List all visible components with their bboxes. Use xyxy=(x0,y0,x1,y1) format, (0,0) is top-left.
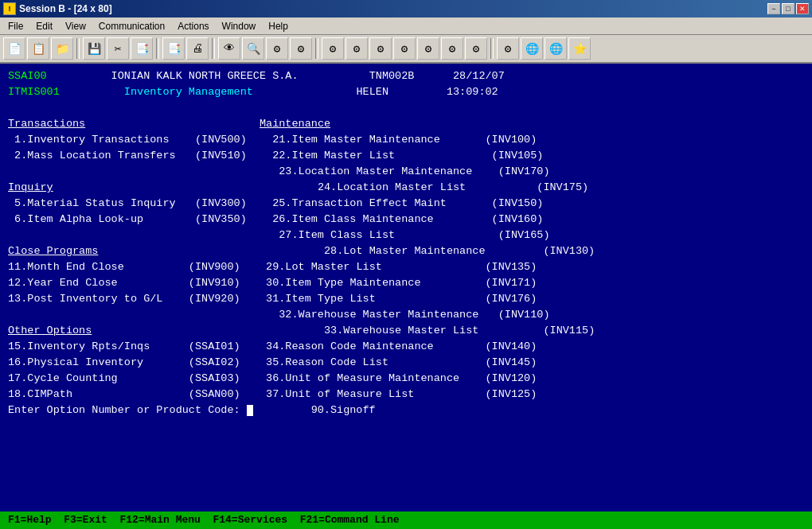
toolbar-button-7[interactable]: 🖨 xyxy=(186,37,209,60)
f3-key: F3=Exit xyxy=(64,513,119,528)
menu-item-window[interactable]: Window xyxy=(216,18,263,34)
title-bar-text: ! Session B - [24 x 80] xyxy=(3,2,112,15)
menu-row-13-31: 13.Post Inventory to G/L (INV920) 31.Ite… xyxy=(8,291,804,307)
title-bar-controls[interactable]: − □ ✕ xyxy=(767,3,809,14)
toolbar-button-5[interactable]: 📑 xyxy=(131,37,153,60)
toolbar-separator-12 xyxy=(315,38,318,59)
blank-4: 32.Warehouse Master Maintenance (INV110) xyxy=(8,307,804,323)
toolbar-button-6[interactable]: 📑 xyxy=(162,37,185,60)
toolbar-separator-8 xyxy=(212,38,215,59)
menu-row-6-26: 6.Item Alpha Look-up (INV350) 26.Item Cl… xyxy=(8,212,804,228)
other-header-row: Other Options 33.Warehouse Master List (… xyxy=(8,323,804,339)
menu-item-view[interactable]: View xyxy=(59,18,92,34)
module-name: Inventory Management xyxy=(124,84,253,100)
menu-item-file[interactable]: File xyxy=(2,18,29,34)
blank-2: 23.Location Master Maintenance (INV170) xyxy=(8,164,804,180)
header-row-1: SSAI00 IONIAN KALK NORTH GREECE S.A. TNM… xyxy=(8,68,804,84)
toolbar-button-2[interactable]: 📁 xyxy=(51,37,73,60)
toolbar-separator-6 xyxy=(156,38,159,59)
transactions-header: Transactions Maintenance xyxy=(8,116,804,132)
toolbar-separator-19 xyxy=(490,38,494,59)
menu-row-17-36: 17.Cycle Counting (SSAI03) 36.Unit of Me… xyxy=(8,371,804,387)
toolbar-button-0[interactable]: 📄 xyxy=(3,37,25,60)
toolbar-button-21[interactable]: 🌐 xyxy=(545,37,567,60)
toolbar-button-16[interactable]: ⚙ xyxy=(417,37,439,60)
prompt-row: Enter Option Number or Product Code: 90.… xyxy=(8,403,804,418)
close-header-row: Close Programs 28.Lot Master Maintenance… xyxy=(8,243,804,259)
toolbar-button-19[interactable]: ⚙ xyxy=(497,37,519,60)
toolbar-button-9[interactable]: 🔍 xyxy=(242,37,264,60)
menu-item-communication[interactable]: Communication xyxy=(92,18,171,34)
minimize-button[interactable]: − xyxy=(767,3,780,14)
toolbar-button-22[interactable]: ⭐ xyxy=(568,37,591,60)
toolbar-button-13[interactable]: ⚙ xyxy=(345,37,368,60)
toolbar-button-8[interactable]: 👁 xyxy=(218,37,240,60)
menu-item-edit[interactable]: Edit xyxy=(29,18,59,34)
terminal[interactable]: SSAI00 IONIAN KALK NORTH GREECE S.A. TNM… xyxy=(0,64,812,529)
header-row-2: ITMIS001 Inventory Management HELEN 13:0… xyxy=(8,84,804,100)
toolbar: 📄📋📁💾✂📑📑🖨👁🔍⚙⚙⚙⚙⚙⚙⚙⚙⚙⚙🌐🌐⭐ xyxy=(0,35,812,64)
menu-bar: FileEditViewCommunicationActionsWindowHe… xyxy=(0,18,812,35)
menu-item-actions[interactable]: Actions xyxy=(171,18,215,34)
menu-row-18-37: 18.CIMPath (SSAN00) 37.Unit of Measure L… xyxy=(8,387,804,403)
f14-key: F14=Services xyxy=(213,513,299,528)
toolbar-separator-3 xyxy=(76,38,80,59)
toolbar-button-15[interactable]: ⚙ xyxy=(393,37,416,60)
cursor xyxy=(247,405,253,416)
maintenance-header: Maintenance xyxy=(260,116,330,132)
menu-item-help[interactable]: Help xyxy=(262,18,295,34)
maximize-button[interactable]: □ xyxy=(782,3,794,14)
menu-row-2-22: 2.Mass Location Transfers (INV510) 22.It… xyxy=(8,148,804,164)
menu-row-5-25: 5.Material Status Inquiry (INV300) 25.Tr… xyxy=(8,196,804,212)
menu-row-1-21: 1.Inventory Transactions (INV500) 21.Ite… xyxy=(8,132,804,148)
menu-row-16-35: 16.Physical Inventory (SSAI02) 35.Reason… xyxy=(8,355,804,371)
toolbar-button-3[interactable]: 💾 xyxy=(83,37,105,60)
toolbar-button-12[interactable]: ⚙ xyxy=(322,37,344,60)
app-icon: ! xyxy=(3,2,16,15)
prompt-text: Enter Option Number or Product Code: xyxy=(8,403,247,418)
ssai-code: SSAI00 xyxy=(8,68,47,84)
toolbar-button-14[interactable]: ⚙ xyxy=(369,37,392,60)
menu-row-11-29: 11.Month End Close (INV900) 29.Lot Maste… xyxy=(8,259,804,275)
toolbar-button-17[interactable]: ⚙ xyxy=(441,37,463,60)
itmis-code: ITMIS001 xyxy=(8,84,60,100)
title-bar: ! Session B - [24 x 80] − □ ✕ xyxy=(0,0,812,18)
toolbar-button-20[interactable]: 🌐 xyxy=(521,37,543,60)
blank-1 xyxy=(8,100,804,116)
menu-row-15-34: 15.Inventory Rpts/Inqs (SSAI01) 34.Reaso… xyxy=(8,339,804,355)
toolbar-button-1[interactable]: 📋 xyxy=(27,37,49,60)
inquiry-header-row: Inquiry 24.Location Master List (INV175) xyxy=(8,180,804,196)
f21-key: F21=Command Line xyxy=(300,513,400,528)
toolbar-button-18[interactable]: ⚙ xyxy=(465,37,487,60)
toolbar-button-11[interactable]: ⚙ xyxy=(290,37,312,60)
f12-key: F12=Main Menu xyxy=(119,513,213,528)
blank-3: 27.Item Class List (INV165) xyxy=(8,228,804,243)
status-bar: F1=Help F3=Exit F12=Main Menu F14=Servic… xyxy=(0,511,812,529)
menu-row-12-30: 12.Year End Close (INV910) 30.Item Type … xyxy=(8,275,804,291)
title-bar-label: Session B - [24 x 80] xyxy=(19,3,112,14)
toolbar-button-4[interactable]: ✂ xyxy=(107,37,129,60)
close-button[interactable]: ✕ xyxy=(796,3,809,14)
f1-key: F1=Help xyxy=(8,513,64,528)
toolbar-button-10[interactable]: ⚙ xyxy=(266,37,288,60)
